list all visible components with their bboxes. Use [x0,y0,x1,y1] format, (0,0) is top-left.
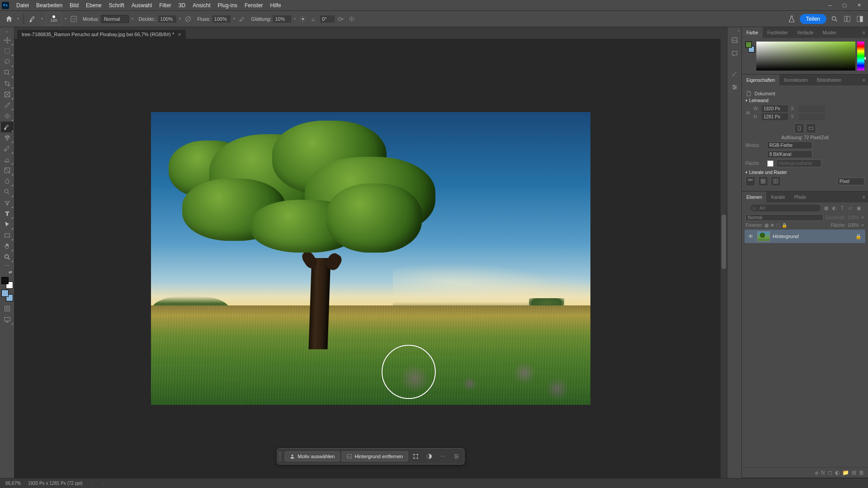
eraser-tool[interactable] [1,154,14,165]
eyedropper-tool[interactable] [1,100,14,111]
drag-handle-icon[interactable] [279,452,281,461]
history-panel-icon[interactable] [728,35,741,46]
swap-colors-icon[interactable]: ⇄ [1,269,14,275]
layer-mask-icon[interactable]: ◻ [828,469,832,476]
panel-menu-icon[interactable]: ≡ [860,30,868,35]
fill-swatch[interactable] [767,160,774,167]
chevron-down-icon[interactable]: ▾ [861,216,864,220]
color-swatches[interactable] [1,277,13,289]
chevron-down-icon[interactable]: ▾ [861,223,864,227]
collapse-icon[interactable]: » [0,29,14,35]
lock-pixels-icon[interactable]: ▦ [764,223,769,228]
screen-mode-icon[interactable] [1,314,14,325]
layer-locked-icon[interactable]: 🔒 [855,234,862,239]
canvas-section-header[interactable]: ▾ Leinwand [745,98,864,103]
clone-stamp-tool[interactable] [1,132,14,143]
tab-muster[interactable]: Muster [818,27,841,38]
tab-farbfelder[interactable]: Farbfelder [763,27,793,38]
chevron-down-icon[interactable]: ▾ [16,17,20,21]
menu-bild[interactable]: Bild [66,2,82,9]
layer-name-label[interactable]: Hintergrund [773,234,798,239]
home-button[interactable] [4,14,14,24]
layer-search-input[interactable] [750,205,821,211]
saturation-brightness-box[interactable] [756,42,855,70]
quick-mask-icon[interactable] [1,303,14,314]
properties-icon[interactable] [450,450,462,462]
healing-tool[interactable] [1,111,14,122]
portrait-orientation-button[interactable] [794,123,804,133]
filter-smart-icon[interactable]: ▣ [855,204,862,211]
tab-pfade[interactable]: Pfade [790,192,811,202]
panel-menu-icon[interactable]: ≡ [860,194,868,200]
beaker-icon[interactable] [787,14,796,23]
share-button[interactable]: Teilen [800,14,826,24]
zoom-level[interactable]: 66,67% [5,481,21,486]
tab-verlaufe[interactable]: Verläufe [793,27,818,38]
width-input[interactable] [762,105,788,112]
chevron-down-icon[interactable]: ▾ [64,17,67,21]
menu-3d[interactable]: 3D [175,2,189,9]
close-tab-icon[interactable]: ✕ [178,32,181,37]
type-tool[interactable] [1,208,14,219]
lock-artboard-icon[interactable]: ⬚ [776,223,780,228]
select-subject-button[interactable]: Motiv auswählen [285,451,340,461]
scrollbar-thumb[interactable] [722,215,726,269]
document-info[interactable]: 1920 Px x 1281 Px (72 ppi) [28,481,83,486]
rulers-button[interactable] [745,176,755,186]
more-icon[interactable]: ⋯ [437,450,448,462]
guides-button[interactable] [771,176,781,186]
grid-button[interactable] [758,176,768,186]
workspace-icon[interactable] [843,14,852,23]
visibility-toggle-icon[interactable]: 👁 [748,234,755,239]
chevron-down-icon[interactable]: ▾ [131,17,134,21]
marquee-tool[interactable] [1,46,14,56]
tab-korrekturen[interactable]: Korrekturen [779,75,812,85]
panel-menu-icon[interactable]: ≡ [860,77,868,83]
rectangle-tool[interactable] [1,230,14,241]
path-selection-tool[interactable] [1,219,14,230]
menu-datei[interactable]: Datei [13,2,33,9]
layer-style-icon[interactable]: fx [821,469,825,476]
menu-schrift[interactable]: Schrift [105,2,128,9]
chevron-down-icon[interactable]: ▾ [178,17,182,21]
fill-select[interactable]: Hintergrundfarbe [776,160,821,167]
layer-row[interactable]: 👁 Hintergrund 🔒 [745,230,865,243]
layer-thumbnail[interactable] [757,231,770,241]
edit-toolbar-icon[interactable]: ⋯ [1,263,14,269]
smoothing-options-icon[interactable] [298,14,307,23]
lock-position-icon[interactable]: ✥ [770,223,774,228]
menu-auswahl[interactable]: Auswahl [128,2,156,9]
hand-tool[interactable] [1,241,14,252]
menu-filter[interactable]: Filter [156,2,175,9]
chevron-left-icon[interactable]: ‹ [102,481,105,485]
blur-tool[interactable] [1,176,14,187]
foreground-color-swatch[interactable] [1,277,9,284]
tab-kanale[interactable]: Kanäle [766,192,789,202]
brushes-panel-icon[interactable] [728,68,741,79]
close-button[interactable]: ✕ [852,1,866,10]
layer-blend-mode-select[interactable]: Normal [745,214,823,221]
height-input[interactable] [762,113,788,120]
link-icon[interactable]: 𐄷 [745,110,752,116]
menu-ansicht[interactable]: Ansicht [189,2,214,9]
menu-bearbeiten[interactable]: Bearbeiten [33,2,66,9]
color-mode-select[interactable]: RGB-Farbe [767,141,812,149]
menu-fenster[interactable]: Fenster [241,2,267,9]
tab-bibliotheken[interactable]: Bibliotheken [812,75,846,85]
crop-tool[interactable] [1,78,14,89]
zoom-tool[interactable] [1,252,14,263]
group-icon[interactable]: 📁 [842,469,849,476]
angle-input[interactable] [320,15,335,23]
new-layer-icon[interactable]: ⊞ [852,469,856,476]
transform-icon[interactable] [410,450,421,462]
move-tool[interactable] [1,35,14,46]
lasso-tool[interactable] [1,56,14,67]
filter-adjustment-icon[interactable]: ◐ [830,204,838,211]
lock-all-icon[interactable]: 🔒 [782,223,787,228]
chevron-down-icon[interactable]: ▾ [293,17,297,21]
chevron-down-icon[interactable]: ▾ [40,17,44,21]
brush-preset-picker[interactable]: 120 [46,13,62,25]
brush-tool[interactable] [1,122,14,132]
flow-input[interactable] [212,15,231,23]
delete-layer-icon[interactable]: 🗑 [859,469,864,476]
